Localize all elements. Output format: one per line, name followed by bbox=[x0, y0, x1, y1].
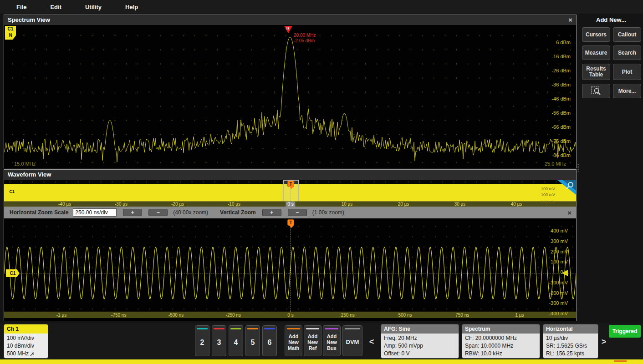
zoom-voltage-tick-label: 100 mV bbox=[551, 259, 568, 264]
zoom-time-tick-label: -750 ns bbox=[111, 312, 126, 318]
add-new-sidebar: Add New... Cursors Callout Measure Searc… bbox=[579, 15, 643, 322]
spectrum-x-label-right: 25.0 MHz bbox=[545, 161, 566, 167]
zoom-voltage-tick-label: -100 mV bbox=[549, 280, 568, 285]
spectrum-close-icon[interactable]: × bbox=[568, 15, 572, 25]
spectrum-y-tick-label: -6 dBm bbox=[555, 40, 571, 45]
channel-number-label: 6 bbox=[263, 339, 276, 347]
channel-number-label: 5 bbox=[246, 339, 260, 347]
spectrum-rbw: RBW: 10.0 kHz bbox=[465, 350, 540, 358]
zoom-voltage-tick-label: -300 mV bbox=[549, 300, 568, 306]
overview-right-label: -100 mV bbox=[540, 192, 555, 197]
channel-number-label: 3 bbox=[212, 339, 226, 347]
horizontal-sample-rate: SR: 1.5625 GS/s bbox=[546, 342, 598, 350]
oscilloscope-screen: File Edit Utility Help Spectrum View × C… bbox=[0, 0, 643, 364]
horizontal-zoom-plus-button[interactable]: + bbox=[123, 209, 142, 216]
channel-1-bandwidth: 500 MHz bbox=[7, 350, 29, 358]
zoom-time-axis: -1 µs-750 ns-500 ns-250 ns0 s250 ns500 n… bbox=[4, 312, 576, 318]
add-new-ref-button[interactable]: Add New Ref bbox=[304, 325, 322, 356]
zoom-trigger-marker[interactable]: T bbox=[287, 219, 294, 226]
afg-panel[interactable]: AFG: Sine Freq: 20 MHz Amp: 500 mVpp Off… bbox=[381, 324, 459, 359]
channel-5-button[interactable]: 5 bbox=[245, 325, 260, 356]
dvm-button[interactable]: DVM bbox=[342, 325, 362, 356]
spectrum-view-title: Spectrum View bbox=[4, 15, 576, 25]
dvm-label: DVM bbox=[343, 339, 362, 345]
vertical-zoom-minus-button[interactable]: − bbox=[288, 209, 307, 216]
spectrum-y-tick-label: -66 dBm bbox=[551, 124, 571, 130]
spectrum-y-tick-label: -76 dBm bbox=[551, 138, 571, 144]
spectrum-center-frequency: CF: 20.0000000 MHz bbox=[465, 334, 540, 342]
overview-right-label: -300 mV bbox=[540, 200, 555, 204]
zoom-channel-badge[interactable]: C1 bbox=[6, 269, 20, 277]
add-new-color-stripe bbox=[306, 328, 319, 329]
menu-item-help[interactable]: Help bbox=[125, 4, 138, 10]
zoom-voltage-tick-label: 0 V bbox=[560, 269, 568, 275]
channel-3-button[interactable]: 3 bbox=[212, 325, 226, 356]
spectrum-y-tick-label: -16 dBm bbox=[551, 54, 571, 59]
channel-2-button[interactable]: 2 bbox=[195, 325, 209, 356]
zoom-close-icon[interactable]: × bbox=[567, 209, 572, 217]
menu-bar: File Edit Utility Help bbox=[0, 0, 643, 14]
spectrum-channel-badge[interactable]: C1 N bbox=[5, 26, 16, 40]
marker-frequency-readout: 20.00 MHz bbox=[294, 33, 316, 38]
overview-trigger-marker[interactable]: T bbox=[287, 181, 294, 187]
afg-panel-title: AFG: Sine bbox=[381, 324, 459, 334]
sine-waveform-trace bbox=[4, 218, 576, 312]
menu-item-utility[interactable]: Utility bbox=[85, 4, 102, 10]
spectrum-channel-badge-ch: C1 bbox=[5, 26, 16, 32]
zoom-time-tick-label: 250 ns bbox=[341, 312, 355, 318]
menu-item-file[interactable]: File bbox=[16, 4, 26, 10]
channel-1-title: Ch 1 bbox=[4, 324, 48, 334]
zoom-trigger-line bbox=[291, 225, 291, 312]
measure-button[interactable]: Measure bbox=[582, 46, 610, 60]
results-table-button[interactable]: Results Table bbox=[582, 64, 610, 80]
collapse-left-chevron-icon[interactable]: < bbox=[367, 334, 376, 349]
zoom-voltage-tick-label: -200 mV bbox=[549, 290, 568, 296]
zoom-voltage-tick-label: 300 mV bbox=[551, 238, 568, 244]
zero-volt-line bbox=[4, 273, 576, 273]
bottom-accent-strip bbox=[0, 359, 643, 364]
add-new-bus-button[interactable]: Add New Bus bbox=[323, 325, 341, 356]
spectrum-y-tick-label: -26 dBm bbox=[551, 68, 571, 73]
spectrum-panel[interactable]: Spectrum CF: 20.0000000 MHz Span: 10.000… bbox=[462, 324, 540, 359]
horizontal-panel[interactable]: Horizontal 10 µs/div SR: 1.5625 GS/s RL:… bbox=[543, 324, 598, 359]
channel-1-scale: 100 mV/div bbox=[7, 334, 48, 342]
zoom-voltage-tick-label: -400 mV bbox=[549, 311, 568, 316]
zoom-time-tick-label: -1 µs bbox=[56, 312, 66, 318]
horizontal-zoom-scale-input[interactable] bbox=[73, 208, 117, 217]
waveform-view-title: Waveform View bbox=[4, 170, 576, 180]
add-new-math-button[interactable]: Add New Math bbox=[285, 325, 302, 356]
channel-color-stripe bbox=[197, 328, 208, 329]
callout-button[interactable]: Callout bbox=[613, 27, 641, 42]
more-button[interactable]: More... bbox=[613, 84, 641, 98]
search-button[interactable]: Search bbox=[613, 46, 641, 60]
mask-zoom-tool-button[interactable] bbox=[582, 84, 610, 98]
menu-item-edit[interactable]: Edit bbox=[50, 4, 61, 10]
trigger-position-tick bbox=[614, 360, 627, 362]
reference-marker[interactable]: R bbox=[284, 26, 292, 33]
trigger-status-badge[interactable]: Triggered bbox=[609, 325, 641, 338]
overview-expand-handle-icon[interactable] bbox=[555, 180, 576, 196]
overview-right-label: 100 mV bbox=[541, 187, 555, 191]
horizontal-zoom-minus-button[interactable]: − bbox=[148, 209, 168, 216]
vertical-zoom-label: Vertical Zoom bbox=[220, 209, 256, 216]
zoom-time-tick-label: 750 ns bbox=[455, 312, 469, 318]
channel-4-button[interactable]: 4 bbox=[229, 325, 243, 356]
vertical-zoom-plus-button[interactable]: + bbox=[262, 209, 281, 216]
cursors-button[interactable]: Cursors bbox=[582, 27, 610, 42]
add-new-label: Add New Ref bbox=[305, 334, 321, 351]
add-new-label: Add New Bus bbox=[324, 334, 340, 351]
spectrum-x-label-left: 15.0 MHz bbox=[14, 161, 36, 167]
expand-right-chevron-icon[interactable]: > bbox=[599, 334, 608, 349]
channel-1-badge[interactable]: Ch 1 100 mV/div 10 dBm/div 500 MHz bbox=[4, 324, 48, 359]
channel-6-button[interactable]: 6 bbox=[262, 325, 277, 356]
zoom-voltage-tick-label: 400 mV bbox=[551, 228, 568, 233]
add-new-color-stripe bbox=[287, 328, 300, 329]
afg-amplitude: Amp: 500 mVpp bbox=[384, 342, 459, 350]
spectrum-panel-settings: CF: 20.0000000 MHz Span: 10.0000 MHz RBW… bbox=[462, 334, 540, 359]
horizontal-zoom-scale-label: Horizontal Zoom Scale bbox=[10, 209, 68, 216]
add-new-label: Add New Math bbox=[286, 334, 301, 351]
zoom-toolbar: Horizontal Zoom Scale + − (40.00x zoom) … bbox=[4, 207, 576, 218]
plot-button[interactable]: Plot bbox=[613, 64, 641, 80]
zoomed-waveform-plot[interactable]: T C1 bbox=[4, 218, 576, 312]
spectrum-plot-area[interactable]: C1 N R 20.00 MHz -2.05 dBm -6 dBm-16 dBm… bbox=[4, 25, 576, 168]
